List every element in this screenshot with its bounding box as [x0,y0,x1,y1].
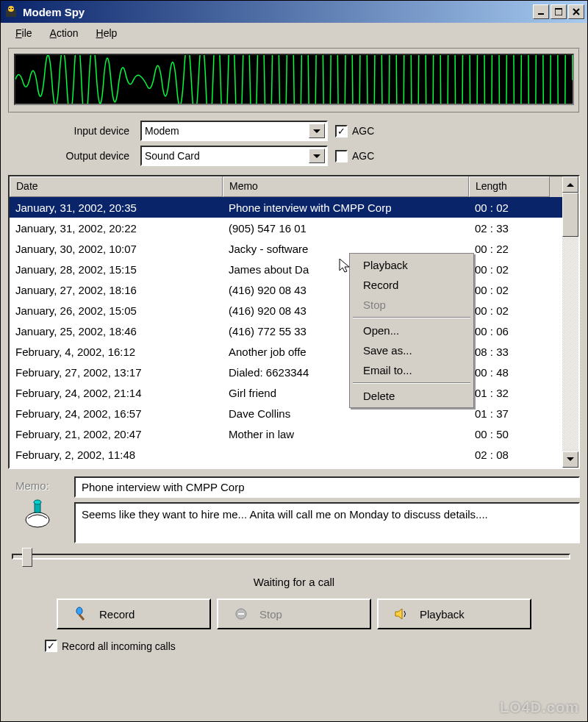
playback-button[interactable]: Playback [377,598,531,629]
cell-length: 02 : 08 [469,448,550,461]
cell-memo: (905) 547 16 01 [223,222,469,235]
context-menu-stop: Stop [351,295,472,315]
context-menu-playback[interactable]: Playback [351,255,472,275]
minimize-button[interactable] [533,4,549,19]
stop-button-label: Stop [259,608,282,621]
chevron-down-icon[interactable] [309,124,325,138]
input-device-value: Modem [145,125,179,137]
list-scrollbar[interactable] [562,176,578,468]
menubar: File Action Help [1,23,587,43]
table-row[interactable]: January, 25, 2002, 18:46(416) 772 55 330… [10,321,562,341]
cell-date: February, 21, 2002, 20:47 [10,428,223,440]
output-device-value: Sound Card [145,150,200,162]
svg-rect-4 [538,13,544,15]
svg-rect-6 [555,8,562,10]
window-title: Modem Spy [23,6,533,18]
playback-button-label: Playback [420,608,465,621]
table-row[interactable]: February, 24, 2002, 16:57Dave Collins01 … [10,403,562,423]
input-agc-checkbox[interactable]: ✓ AGC [335,125,374,137]
memo-title-input[interactable] [74,476,580,498]
record-button-label: Record [99,608,135,621]
table-row[interactable]: January, 26, 2002, 15:05(416) 920 08 430… [10,300,562,321]
cell-date: February, 24, 2002, 16:57 [10,407,223,420]
context-menu-separator [353,317,470,318]
cell-date: February, 27, 2002, 13:17 [10,366,223,379]
table-row[interactable]: February, 4, 2002, 16:12Another job offe… [10,341,562,362]
cell-date: January, 28, 2002, 15:15 [10,263,223,276]
microphone-icon [73,606,89,622]
cell-length: 00 : 22 [469,243,550,255]
svg-rect-13 [238,613,244,615]
column-header-length[interactable]: Length [469,176,550,197]
output-agc-label: AGC [352,150,374,162]
main-window: Modem Spy File Action Help [0,0,588,722]
context-menu-record[interactable]: Record [351,275,472,295]
close-button[interactable] [568,4,584,19]
playback-slider[interactable] [12,554,570,560]
cell-memo: Mother in law [223,428,469,440]
call-list: Date Memo Length January, 31, 2002, 20:3… [8,175,580,469]
cell-length: 00 : 02 [469,201,550,214]
maximize-button[interactable] [551,4,567,19]
menu-file[interactable]: File [7,26,41,40]
cell-date: January, 26, 2002, 15:05 [10,304,223,317]
column-header-memo[interactable]: Memo [223,176,469,197]
output-agc-checkbox[interactable]: AGC [335,150,374,162]
menu-action[interactable]: Action [41,26,87,40]
cell-memo: Phone interview with CMPP Corp [223,201,469,214]
context-menu-email-to[interactable]: Email to... [351,360,472,380]
chevron-down-icon[interactable] [309,149,325,163]
input-agc-label: AGC [352,125,374,137]
scroll-down-button[interactable] [562,451,578,468]
output-device-combobox[interactable]: Sound Card [140,146,328,166]
record-all-label: Record all incoming calls [62,640,176,652]
scroll-up-button[interactable] [562,176,578,193]
cell-length: 02 : 33 [469,222,550,235]
context-menu-open[interactable]: Open... [351,321,472,340]
column-header-date[interactable]: Date [10,176,223,197]
table-row[interactable]: January, 27, 2002, 18:16(416) 920 08 430… [10,279,562,300]
waveform-frame [8,48,580,113]
table-row[interactable]: February, 27, 2002, 13:17Dialed: 6623344… [10,362,562,382]
menu-help[interactable]: Help [87,26,126,40]
input-device-combobox[interactable]: Modem [140,121,328,141]
table-row[interactable]: January, 28, 2002, 15:15James about Da00… [10,259,562,279]
svg-point-11 [76,607,82,615]
cell-length: 00 : 02 [469,284,550,296]
context-menu-save-as[interactable]: Save as... [351,340,472,360]
memo-details-textarea[interactable] [74,502,580,543]
table-row[interactable]: January, 30, 2002, 10:07Jacky - software… [10,238,562,259]
cell-date: January, 31, 2002, 20:22 [10,222,223,235]
table-row[interactable]: January, 31, 2002, 20:35Phone interview … [10,197,562,218]
context-menu: Playback Record Stop Open... Save as... … [349,253,474,408]
waveform-display [14,54,574,105]
cell-memo: Dave Collins [223,407,469,420]
scrollbar-thumb[interactable] [562,193,578,237]
cell-length: 01 : 37 [469,407,550,420]
record-button[interactable]: Record [57,598,211,629]
memo-note-icon [21,498,54,532]
stop-button[interactable]: Stop [217,598,371,629]
cell-date: January, 27, 2002, 18:16 [10,284,223,296]
cell-length: 00 : 50 [469,428,550,440]
table-row[interactable]: February, 21, 2002, 20:47Mother in law00… [10,423,562,444]
watermark: LO4D.com [500,699,579,716]
table-row[interactable]: February, 2, 2002, 11:4802 : 08 [10,444,562,465]
svg-point-10 [34,500,41,504]
table-row[interactable]: January, 31, 2002, 20:22(905) 547 16 010… [10,218,562,238]
memo-label: Memo: [15,476,60,492]
record-all-checkbox[interactable]: ✓ Record all incoming calls [45,640,580,652]
output-device-label: Output device [8,150,133,162]
svg-rect-2 [9,8,10,9]
slider-thumb[interactable] [22,548,32,567]
cell-date: January, 31, 2002, 20:35 [10,201,223,214]
cell-date: February, 24, 2002, 21:14 [10,387,223,399]
cell-length: 00 : 02 [469,304,550,317]
context-menu-separator [353,382,470,384]
context-menu-delete[interactable]: Delete [351,386,472,406]
cell-length: 00 : 06 [469,325,550,337]
cell-length: 08 : 33 [469,346,550,358]
cell-length: 00 : 48 [469,366,550,379]
scrollbar-track[interactable] [562,193,578,451]
table-row[interactable]: February, 24, 2002, 21:14Girl friend01 :… [10,382,562,403]
